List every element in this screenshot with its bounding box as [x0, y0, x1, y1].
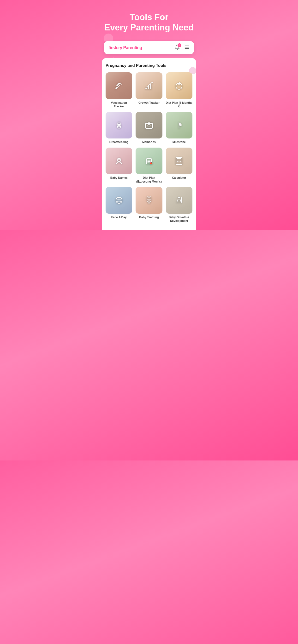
- tool-image-calculator: [166, 148, 192, 174]
- svg-rect-15: [145, 123, 153, 128]
- tool-label-baby-names: Baby Names: [110, 176, 128, 180]
- svg-point-38: [178, 197, 180, 199]
- svg-point-11: [152, 82, 153, 84]
- tool-icon-calculator: [174, 156, 184, 166]
- svg-point-28: [179, 161, 180, 162]
- hero-section: Tools For Every Parenting Need: [99, 0, 199, 38]
- notification-badge: 0: [178, 43, 181, 47]
- tool-label-calculator: Calculator: [172, 176, 186, 180]
- svg-point-14: [117, 125, 120, 128]
- decorative-dot: [104, 34, 113, 43]
- tool-image-growth-tracker: [135, 72, 162, 99]
- tool-label-memories: Memories: [142, 140, 156, 144]
- tool-image-vaccination-tracker: [106, 72, 132, 99]
- svg-point-34: [117, 199, 118, 200]
- tool-image-baby-growth-development: [166, 187, 192, 214]
- tool-item-diet-plan-mom[interactable]: 🍎 Diet Plan (Expecting Mom's): [135, 148, 162, 184]
- svg-rect-9: [148, 86, 149, 89]
- tool-item-face-a-day[interactable]: Face A Day: [106, 187, 132, 223]
- tool-image-memories: [135, 112, 162, 138]
- tool-icon-breastfeeding: [114, 120, 124, 130]
- svg-rect-10: [150, 84, 151, 89]
- tool-icon-baby-teething: [144, 195, 154, 206]
- tool-label-vaccination-tracker: Vaccination Tracker: [106, 101, 132, 108]
- tool-item-baby-teething[interactable]: Baby Teething: [135, 187, 162, 223]
- tool-label-baby-teething: Baby Teething: [139, 216, 159, 220]
- tool-icon-growth-tracker: [144, 80, 154, 91]
- tool-item-breastfeeding[interactable]: Breastfeeding: [106, 112, 132, 144]
- tool-item-memories[interactable]: Memories: [135, 112, 162, 144]
- tool-label-baby-growth-development: Baby Growth & Development: [166, 216, 192, 223]
- tool-item-calculator[interactable]: Calculator: [166, 148, 192, 184]
- app-logo: firstcry Parenting: [108, 45, 142, 50]
- tool-icon-diet-plan-mom: 🍎: [144, 156, 154, 166]
- tool-image-diet-plan-mom: 🍎: [135, 148, 162, 174]
- main-card: Pregnancy and Parenting Tools Vaccinatio…: [102, 58, 196, 230]
- svg-point-32: [180, 162, 181, 163]
- svg-point-12: [176, 83, 182, 89]
- tool-label-diet-plan-mom: Diet Plan (Expecting Mom's): [135, 176, 162, 184]
- tool-label-milestone: Milestone: [173, 140, 186, 144]
- hero-title: Tools For Every Parenting Need: [104, 12, 194, 32]
- tool-icon-vaccination-tracker: [114, 80, 124, 91]
- tool-image-milestone: [166, 112, 192, 138]
- app-bar: firstcry Parenting 0: [104, 41, 194, 54]
- tool-icon-baby-names: [114, 156, 124, 166]
- tools-grid: Vaccination Tracker Growth Tracker Diet …: [106, 72, 192, 223]
- decorative-dot: [112, 58, 115, 61]
- logo-suffix: Parenting: [123, 45, 142, 50]
- tool-label-breastfeeding: Breastfeeding: [109, 140, 129, 144]
- svg-line-7: [115, 88, 116, 89]
- tool-icon-memories: [144, 120, 154, 130]
- tool-image-baby-teething: [135, 187, 162, 214]
- svg-point-27: [177, 161, 178, 162]
- tool-icon-diet-plan-6months: [174, 80, 184, 91]
- svg-point-29: [180, 161, 181, 162]
- tool-item-growth-tracker[interactable]: Growth Tracker: [135, 72, 162, 108]
- svg-point-35: [119, 199, 120, 200]
- svg-point-33: [116, 197, 122, 203]
- tool-image-face-a-day: [106, 187, 132, 214]
- hamburger-menu[interactable]: [184, 44, 190, 51]
- app-bar-icons: 0: [175, 44, 190, 51]
- svg-rect-26: [177, 158, 181, 160]
- section-title: Pregnancy and Parenting Tools: [106, 63, 192, 68]
- tool-icon-baby-growth-development: [174, 195, 184, 206]
- tool-item-baby-names[interactable]: Baby Names: [106, 148, 132, 184]
- tool-item-vaccination-tracker[interactable]: Vaccination Tracker: [106, 72, 132, 108]
- tool-icon-milestone: [174, 120, 184, 130]
- hero-subtitle: Every Parenting Need: [104, 22, 194, 32]
- tool-item-milestone[interactable]: Milestone: [166, 112, 192, 144]
- tool-item-baby-growth-development[interactable]: Baby Growth & Development: [166, 187, 192, 223]
- tool-image-diet-plan-6months: [166, 72, 192, 99]
- svg-point-30: [177, 162, 178, 163]
- hero-title-bold: Tools For: [129, 12, 168, 22]
- tool-label-growth-tracker: Growth Tracker: [138, 101, 160, 105]
- tool-image-breastfeeding: [106, 112, 132, 138]
- svg-line-5: [120, 83, 121, 84]
- decorative-dot: [106, 48, 111, 53]
- notification-bell[interactable]: 0: [175, 44, 180, 51]
- svg-point-31: [179, 162, 180, 163]
- svg-point-16: [148, 124, 151, 127]
- tool-label-face-a-day: Face A Day: [111, 216, 127, 220]
- tool-icon-face-a-day: [114, 195, 124, 206]
- tool-image-baby-names: [106, 148, 132, 174]
- tool-label-diet-plan-6months: Diet Plan (6 Months +): [166, 101, 192, 108]
- svg-rect-8: [145, 88, 146, 89]
- tool-item-diet-plan-6months[interactable]: Diet Plan (6 Months +): [166, 72, 192, 108]
- menu-icon: [184, 44, 190, 50]
- svg-text:🍎: 🍎: [150, 162, 153, 164]
- svg-line-6: [116, 87, 117, 88]
